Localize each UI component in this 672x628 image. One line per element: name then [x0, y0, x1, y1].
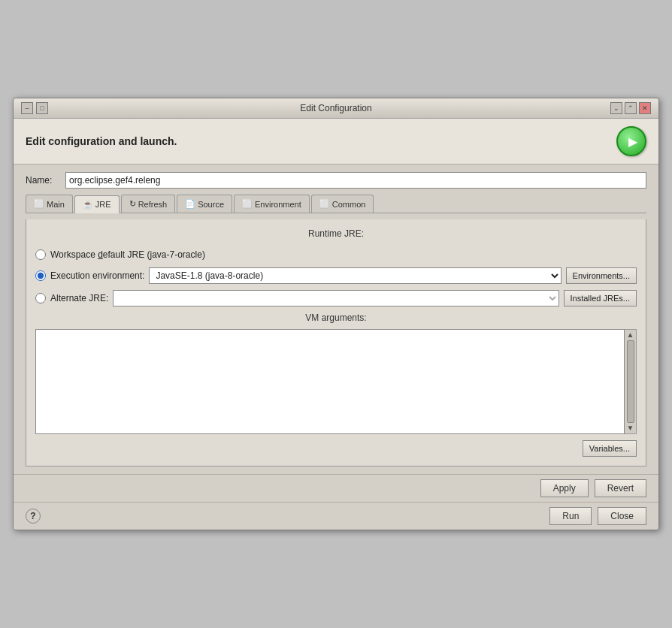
vm-args-textarea-wrap: ▲ ▼ — [35, 329, 637, 434]
window-title: Edit Configuration — [300, 103, 371, 113]
content-area: Name: ⬜ Main ☕ JRE ↻ Refresh 📄 Source ⬜ — [14, 165, 658, 474]
tab-environment[interactable]: ⬜ Environment — [234, 195, 310, 213]
title-bar-icons: – □ — [21, 102, 48, 114]
tab-common-label: Common — [332, 200, 366, 209]
footer-right-buttons: Run Close — [549, 507, 646, 525]
environment-tab-icon: ⬜ — [242, 199, 253, 209]
variables-row: Variables... — [35, 440, 637, 457]
tab-source[interactable]: 📄 Source — [177, 195, 232, 213]
bottom-action-buttons: Apply Revert — [14, 474, 658, 502]
tab-main[interactable]: ⬜ Main — [26, 195, 73, 213]
maximize-button[interactable]: □ — [36, 102, 48, 114]
header-title: Edit configuration and launch. — [26, 135, 177, 147]
scroll-thumb — [627, 340, 634, 423]
execution-radio-label: Execution environment: — [50, 270, 144, 281]
refresh-tab-icon: ↻ — [129, 199, 136, 209]
vm-args-textarea[interactable] — [35, 329, 625, 434]
header-area: Edit configuration and launch. — [14, 119, 658, 165]
runtime-jre-label: Runtime JRE: — [35, 228, 637, 239]
jre-tab-icon: ☕ — [83, 200, 93, 210]
tab-source-label: Source — [198, 200, 224, 209]
workspace-radio[interactable] — [35, 249, 46, 260]
environments-button[interactable]: Environments... — [566, 267, 637, 284]
help-icon[interactable]: ? — [26, 509, 41, 524]
scroll-up-arrow[interactable]: ▲ — [627, 331, 634, 339]
minimize-button[interactable]: – — [21, 102, 33, 114]
run-button[interactable]: Run — [549, 507, 592, 525]
workspace-radio-row: Workspace default JRE (java-7-oracle) — [35, 248, 637, 261]
name-input[interactable] — [65, 172, 646, 189]
execution-radio[interactable] — [35, 270, 46, 281]
tab-refresh[interactable]: ↻ Refresh — [121, 195, 176, 213]
execution-row: Execution environment: JavaSE-1.8 (java-… — [35, 267, 637, 284]
tab-main-label: Main — [47, 200, 65, 209]
tab-environment-label: Environment — [255, 200, 301, 209]
execution-dropdown[interactable]: JavaSE-1.8 (java-8-oracle) JavaSE-1.7 (j… — [149, 267, 561, 284]
tab-common[interactable]: ⬜ Common — [311, 195, 374, 213]
footer-row: ? Run Close — [14, 502, 658, 530]
vm-args-label: VM arguments: — [35, 312, 637, 323]
main-tab-icon: ⬜ — [34, 199, 44, 209]
source-tab-icon: 📄 — [185, 199, 195, 209]
installed-jres-button[interactable]: Installed JREs... — [564, 290, 637, 306]
close-button[interactable]: ✕ — [639, 102, 651, 114]
vm-args-section: VM arguments: ▲ ▼ — [35, 312, 637, 434]
tab-jre[interactable]: ☕ JRE — [74, 195, 120, 213]
title-bar-controls: ⌄ ⌃ ✕ — [610, 102, 651, 114]
run-icon-button[interactable] — [616, 126, 646, 156]
dialog-window: – □ Edit Configuration ⌄ ⌃ ✕ Edit config… — [13, 98, 659, 530]
variables-button[interactable]: Variables... — [583, 440, 637, 457]
close-button[interactable]: Close — [598, 507, 646, 525]
tabs-row: ⬜ Main ☕ JRE ↻ Refresh 📄 Source ⬜ Enviro… — [26, 195, 646, 213]
alternate-dropdown[interactable] — [113, 290, 558, 306]
title-bar: – □ Edit Configuration ⌄ ⌃ ✕ — [14, 98, 658, 119]
workspace-radio-label: Workspace default JRE (java-7-oracle) — [50, 249, 205, 260]
restore-up-button[interactable]: ⌃ — [625, 102, 637, 114]
jre-tab-content: Runtime JRE: Workspace default JRE (java… — [26, 219, 646, 466]
scroll-down-arrow[interactable]: ▼ — [627, 424, 634, 432]
alternate-radio-label: Alternate JRE: — [50, 293, 108, 303]
restore-button[interactable]: ⌄ — [610, 102, 622, 114]
alternate-row: Alternate JRE: Installed JREs... — [35, 290, 637, 306]
alternate-radio[interactable] — [35, 293, 46, 303]
tab-refresh-label: Refresh — [138, 200, 168, 209]
vm-args-scrollbar[interactable]: ▲ ▼ — [625, 329, 637, 434]
apply-button[interactable]: Apply — [540, 479, 589, 497]
name-label: Name: — [26, 175, 59, 186]
common-tab-icon: ⬜ — [319, 199, 330, 209]
name-row: Name: — [26, 172, 646, 189]
tab-jre-label: JRE — [95, 200, 111, 209]
revert-button[interactable]: Revert — [595, 479, 646, 497]
